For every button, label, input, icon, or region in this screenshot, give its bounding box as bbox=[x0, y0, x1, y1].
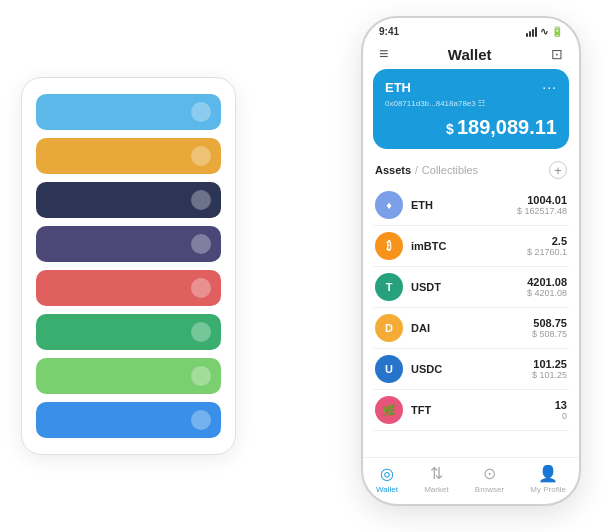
asset-amounts-imbtc: 2.5$ 21760.1 bbox=[527, 235, 567, 257]
tab-separator: / bbox=[415, 165, 418, 176]
wallet-nav-icon: ◎ bbox=[380, 464, 394, 483]
card-stack bbox=[21, 77, 236, 455]
card-icon-1 bbox=[191, 146, 211, 166]
browser-nav-icon: ⊙ bbox=[483, 464, 496, 483]
asset-amounts-eth: 1004.01$ 162517.48 bbox=[517, 194, 567, 216]
card-icon-7 bbox=[191, 410, 211, 430]
assets-tabs: Assets / Collectibles bbox=[375, 164, 478, 176]
asset-name-usdc: USDC bbox=[411, 363, 532, 375]
asset-usd-value: $ 508.75 bbox=[532, 329, 567, 339]
asset-row-eth[interactable]: ♦ETH1004.01$ 162517.48 bbox=[373, 185, 569, 226]
signal-icon bbox=[526, 27, 537, 37]
nav-market[interactable]: ⇅ Market bbox=[424, 464, 448, 494]
asset-logo-imbtc: ₿ bbox=[375, 232, 403, 260]
asset-amounts-dai: 508.75$ 508.75 bbox=[532, 317, 567, 339]
bottom-nav: ◎ Wallet ⇅ Market ⊙ Browser 👤 My Profile bbox=[363, 457, 579, 504]
card-item-4[interactable] bbox=[36, 270, 221, 306]
card-item-5[interactable] bbox=[36, 314, 221, 350]
asset-amount-value: 2.5 bbox=[527, 235, 567, 247]
eth-card-balance: $189,089.11 bbox=[385, 116, 557, 139]
asset-amounts-usdt: 4201.08$ 4201.08 bbox=[527, 276, 567, 298]
asset-amounts-usdc: 101.25$ 101.25 bbox=[532, 358, 567, 380]
asset-logo-dai: D bbox=[375, 314, 403, 342]
asset-name-tft: TFT bbox=[411, 404, 555, 416]
asset-logo-usdt: T bbox=[375, 273, 403, 301]
asset-logo-eth: ♦ bbox=[375, 191, 403, 219]
asset-row-tft[interactable]: 🌿TFT130 bbox=[373, 390, 569, 431]
asset-amount-value: 508.75 bbox=[532, 317, 567, 329]
asset-row-dai[interactable]: DDAI508.75$ 508.75 bbox=[373, 308, 569, 349]
card-icon-2 bbox=[191, 190, 211, 210]
asset-list: ♦ETH1004.01$ 162517.48₿imBTC2.5$ 21760.1… bbox=[363, 185, 579, 457]
nav-title: Wallet bbox=[448, 46, 492, 63]
card-item-3[interactable] bbox=[36, 226, 221, 262]
scene: 9:41 ∿ 🔋 ≡ Wallet ⊡ bbox=[21, 16, 581, 516]
card-icon-4 bbox=[191, 278, 211, 298]
tab-assets[interactable]: Assets bbox=[375, 164, 411, 176]
balance-symbol: $ bbox=[446, 121, 454, 137]
card-item-0[interactable] bbox=[36, 94, 221, 130]
card-icon-0 bbox=[191, 102, 211, 122]
wifi-icon: ∿ bbox=[540, 26, 548, 37]
asset-row-usdt[interactable]: TUSDT4201.08$ 4201.08 bbox=[373, 267, 569, 308]
status-time: 9:41 bbox=[379, 26, 399, 37]
balance-value: 189,089.11 bbox=[457, 116, 557, 138]
tab-collectibles[interactable]: Collectibles bbox=[422, 164, 478, 176]
nav-browser[interactable]: ⊙ Browser bbox=[475, 464, 504, 494]
asset-amounts-tft: 130 bbox=[555, 399, 567, 421]
card-item-6[interactable] bbox=[36, 358, 221, 394]
asset-amount-value: 4201.08 bbox=[527, 276, 567, 288]
asset-usd-value: $ 101.25 bbox=[532, 370, 567, 380]
card-icon-6 bbox=[191, 366, 211, 386]
asset-usd-value: $ 21760.1 bbox=[527, 247, 567, 257]
status-bar: 9:41 ∿ 🔋 bbox=[363, 18, 579, 41]
asset-usd-value: 0 bbox=[555, 411, 567, 421]
eth-card-menu[interactable]: ··· bbox=[542, 79, 557, 95]
eth-card-address: 0x08711d3b...8418a78e3 ☷ bbox=[385, 99, 557, 108]
status-icons: ∿ 🔋 bbox=[526, 26, 563, 37]
asset-row-usdc[interactable]: UUSDC101.25$ 101.25 bbox=[373, 349, 569, 390]
nav-profile[interactable]: 👤 My Profile bbox=[530, 464, 566, 494]
asset-amount-value: 1004.01 bbox=[517, 194, 567, 206]
wallet-nav-label: Wallet bbox=[376, 485, 398, 494]
battery-icon: 🔋 bbox=[551, 26, 563, 37]
card-item-1[interactable] bbox=[36, 138, 221, 174]
expand-icon[interactable]: ⊡ bbox=[551, 46, 563, 62]
profile-nav-icon: 👤 bbox=[538, 464, 558, 483]
asset-name-eth: ETH bbox=[411, 199, 517, 211]
asset-name-usdt: USDT bbox=[411, 281, 527, 293]
card-item-2[interactable] bbox=[36, 182, 221, 218]
market-nav-label: Market bbox=[424, 485, 448, 494]
profile-nav-label: My Profile bbox=[530, 485, 566, 494]
nav-wallet[interactable]: ◎ Wallet bbox=[376, 464, 398, 494]
asset-name-imbtc: imBTC bbox=[411, 240, 527, 252]
eth-card-title: ETH bbox=[385, 80, 411, 95]
asset-usd-value: $ 162517.48 bbox=[517, 206, 567, 216]
asset-logo-tft: 🌿 bbox=[375, 396, 403, 424]
asset-amount-value: 13 bbox=[555, 399, 567, 411]
phone-frame: 9:41 ∿ 🔋 ≡ Wallet ⊡ bbox=[361, 16, 581, 506]
assets-header: Assets / Collectibles + bbox=[363, 157, 579, 185]
asset-amount-value: 101.25 bbox=[532, 358, 567, 370]
card-icon-3 bbox=[191, 234, 211, 254]
market-nav-icon: ⇅ bbox=[430, 464, 443, 483]
card-icon-5 bbox=[191, 322, 211, 342]
card-item-7[interactable] bbox=[36, 402, 221, 438]
eth-card[interactable]: ETH ··· 0x08711d3b...8418a78e3 ☷ $189,08… bbox=[373, 69, 569, 149]
nav-bar: ≡ Wallet ⊡ bbox=[363, 41, 579, 69]
asset-name-dai: DAI bbox=[411, 322, 532, 334]
asset-usd-value: $ 4201.08 bbox=[527, 288, 567, 298]
asset-logo-usdc: U bbox=[375, 355, 403, 383]
add-asset-button[interactable]: + bbox=[549, 161, 567, 179]
browser-nav-label: Browser bbox=[475, 485, 504, 494]
menu-icon[interactable]: ≡ bbox=[379, 45, 388, 63]
asset-row-imbtc[interactable]: ₿imBTC2.5$ 21760.1 bbox=[373, 226, 569, 267]
